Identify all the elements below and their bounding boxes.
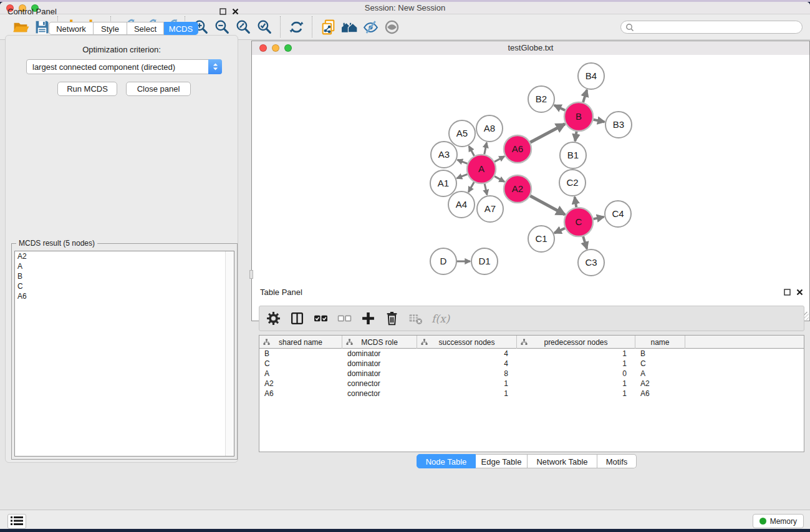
table-cell[interactable]: 1 [517,359,635,369]
tab-node-table[interactable]: Node Table [417,454,476,468]
column-header-MCDS-role[interactable]: MCDS role [342,336,417,349]
table-row[interactable]: A2connector11A2 [259,379,804,389]
table-cell[interactable]: B [635,349,685,359]
table-cell[interactable]: dominator [342,359,417,369]
graph-node-A2[interactable]: A2 [504,175,531,203]
graph-edge-C-C4[interactable] [594,217,604,220]
tab-mcds[interactable]: MCDS [164,22,198,35]
graph-node-A5[interactable]: A5 [449,120,475,147]
run-mcds-button[interactable]: Run MCDS [57,82,117,96]
gear-icon[interactable] [266,311,281,326]
graph-edge-A-A3[interactable] [457,160,467,163]
table-cell[interactable]: 1 [417,389,517,399]
graph-node-C2[interactable]: C2 [559,170,586,196]
graph-edge-A-A6[interactable] [494,157,504,162]
float-panel-icon[interactable] [784,289,791,297]
table-cell[interactable]: connector [342,379,417,389]
result-scrollbar[interactable] [225,251,234,456]
table-cell[interactable]: 1 [517,379,635,389]
column-header-shared-name[interactable]: shared name [259,336,342,349]
graph-node-B4[interactable]: B4 [578,63,604,89]
delete-icon[interactable] [384,311,399,326]
table-cell[interactable]: C [635,359,685,369]
tab-network-table[interactable]: Network Table [528,454,597,468]
network-snapshot-icon[interactable] [317,17,339,36]
deselect-all-checkboxes-icon[interactable] [337,311,352,326]
graph-node-D1[interactable]: D1 [471,248,498,274]
graph-edge-B-B2[interactable] [554,105,565,110]
graph-node-A3[interactable]: A3 [431,142,457,168]
table-cell[interactable]: A6 [635,389,685,399]
graph-node-B2[interactable]: B2 [528,86,554,112]
add-icon[interactable] [360,311,375,326]
graph-edge-A-A1[interactable] [457,174,468,178]
graph-edge-C-C1[interactable] [554,228,565,233]
graph-node-C3[interactable]: C3 [578,249,604,276]
table-cell[interactable]: A [259,369,342,379]
table-cell[interactable]: A [635,369,685,379]
table-cell[interactable]: 0 [517,369,635,379]
table-cell[interactable]: dominator [342,349,417,359]
table-cell[interactable]: 1 [517,389,635,399]
graph-node-A6[interactable]: A6 [504,135,531,163]
graph-node-A7[interactable]: A7 [477,196,503,222]
table-cell[interactable]: 8 [417,369,517,379]
graph-node-A1[interactable]: A1 [430,170,456,196]
graph-node-C4[interactable]: C4 [605,201,631,227]
graph-edge-A-A8[interactable] [485,143,487,155]
table-row[interactable]: Bdominator41B [259,349,804,359]
graph-edge-B-B1[interactable] [575,132,576,141]
graph-node-C1[interactable]: C1 [528,226,554,252]
table-cell[interactable]: A2 [635,379,685,389]
graph-node-A[interactable]: A [467,155,496,183]
eye-slash-icon[interactable] [360,17,381,36]
mcds-result-item[interactable]: C [15,281,234,291]
mcds-result-item[interactable]: A2 [15,251,234,261]
tab-style[interactable]: Style [94,22,127,35]
graph-edge-A-A5[interactable] [469,146,475,156]
graph-edge-C-C3[interactable] [583,236,587,249]
network-zoom-button[interactable] [284,44,292,52]
table-cell[interactable]: 4 [417,359,517,369]
graph-edge-B-B3[interactable] [594,120,605,122]
table-cell[interactable]: 4 [417,349,517,359]
table-cell[interactable]: A6 [259,389,342,399]
tab-motifs[interactable]: Motifs [597,454,637,468]
search-input[interactable] [620,21,803,34]
tab-network[interactable]: Network [49,22,94,35]
column-header-predecessor-nodes[interactable]: predecessor nodes [517,336,635,349]
mcds-result-item[interactable]: A6 [15,291,234,301]
network-minimize-button[interactable] [272,44,279,52]
task-history-button[interactable] [7,514,26,529]
table-cell[interactable]: A2 [259,379,342,389]
eye-icon[interactable] [381,17,402,36]
table-cell[interactable]: 1 [417,379,517,389]
graph-edge-A-A7[interactable] [485,183,487,195]
zoom-out-icon[interactable] [211,17,233,36]
zoom-selected-icon[interactable] [254,17,275,36]
graph-node-A8[interactable]: A8 [476,115,503,142]
houses-icon[interactable] [339,17,360,36]
graph-node-B1[interactable]: B1 [560,142,586,168]
graph-edge-A-A2[interactable] [494,177,504,182]
criterion-dropdown[interactable]: largest connected component (directed) [26,59,222,74]
open-folder-icon[interactable] [10,17,31,36]
close-panel-icon[interactable] [796,289,803,297]
column-header-name[interactable]: name [635,336,685,349]
graph-edge-B-B4[interactable] [583,90,587,102]
function-builder-button[interactable]: f(x) [432,312,450,325]
graph-node-D[interactable]: D [430,248,456,274]
table-row[interactable]: Adominator80A [259,369,804,379]
graph-node-B[interactable]: B [564,102,593,131]
table-cell[interactable]: C [259,359,342,369]
close-panel-button[interactable]: Close panel [126,82,191,96]
graph-edge-C-C2[interactable] [575,197,577,208]
network-close-button[interactable] [259,44,267,52]
table-row[interactable]: A6connector11A6 [259,389,804,399]
mcds-result-list[interactable]: A2ABCA6 [14,251,234,457]
graph-node-C[interactable]: C [564,208,593,236]
column-header-successor-nodes[interactable]: successor nodes [417,336,517,349]
table-cell[interactable]: B [259,349,342,359]
graph-edge-A-A4[interactable] [468,182,474,192]
select-all-checkboxes-icon[interactable] [313,311,328,326]
